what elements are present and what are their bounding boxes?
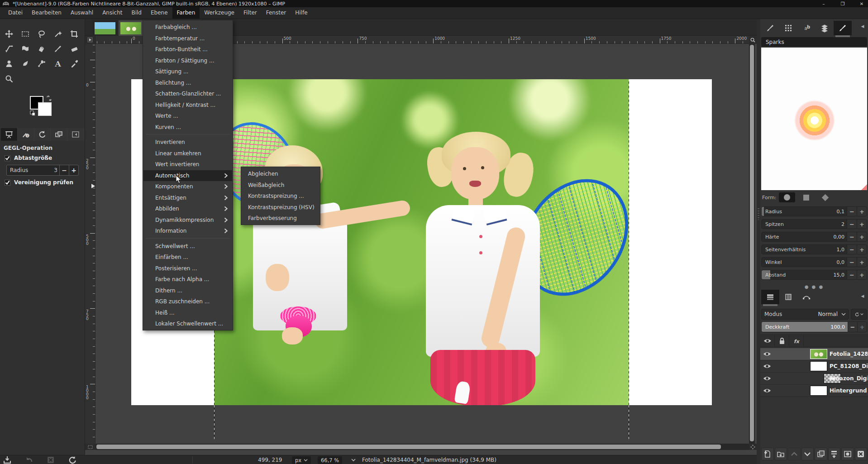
colors-menu-item[interactable]: Invertieren [143,137,232,148]
decrement-button[interactable]: − [847,270,857,279]
colors-menu-item[interactable]: Farbton-Buntheit ... [143,44,232,55]
background-color-swatch[interactable] [38,102,52,116]
close-button[interactable]: ✕ [858,1,865,6]
menubar-item-datei[interactable]: Datei [4,7,27,19]
maximize-button[interactable]: ❐ [839,1,846,6]
menubar-item-farben[interactable]: Farben [172,7,200,19]
undo-history-tab[interactable] [34,128,51,141]
automatic-submenu-item[interactable]: Farbverbesserung [242,213,320,224]
checkbox-checked-icon[interactable] [5,180,10,186]
härte-slider[interactable]: Härte0,00−+ [761,232,867,242]
lower-button[interactable] [801,448,814,460]
menubar-item-fenster[interactable]: Fenster [262,7,291,19]
colors-menu-item[interactable]: RGB zuschneiden ... [143,296,232,307]
increment-button[interactable]: + [857,220,867,229]
brush-editor-tab[interactable] [834,21,852,35]
radius-slider[interactable]: Radius0,1−+ [761,206,867,216]
colors-menu-item[interactable]: Wert invertieren [143,159,232,170]
automatic-submenu-item[interactable]: Kontrastspreizung (HSV) [242,202,320,213]
colors-menu-item[interactable]: Helligkeit / Kontrast ... [143,100,232,111]
dock-collapse-button[interactable]: ◀ [859,292,866,300]
menubar-item-bearbeiten[interactable]: Bearbeiten [27,7,66,19]
decrement-button[interactable]: − [847,220,857,229]
delete-button[interactable] [855,448,868,460]
vertical-ruler[interactable]: 02 5 05 0 07 5 01 0 0 0 [85,44,95,444]
checkbox-checked-icon[interactable] [5,155,10,161]
layers-tab[interactable] [761,290,779,304]
fonts-tab[interactable]: ab [797,21,816,35]
minimize-button[interactable]: – [820,1,827,6]
opacity-decrement-button[interactable]: − [848,322,857,332]
radius-decrement-button[interactable]: − [59,165,69,175]
horizontal-scrollbar-thumb[interactable] [96,445,721,449]
dock-separator-handle[interactable]: ● ● ● [760,284,868,289]
zoom-level-field[interactable]: 66,7 % [318,456,342,464]
increment-button[interactable]: + [857,270,867,279]
brush-name-field[interactable]: Sparks [761,37,867,47]
colors-menu-item[interactable]: Schwellwert ... [143,241,232,252]
lock-toggle[interactable] [775,335,789,347]
menubar-item-ebene[interactable]: Ebene [146,7,172,19]
menubar-item-auswahl[interactable]: Auswahl [66,7,98,19]
quick-mask-toggle-button[interactable] [85,444,95,450]
channels-tab[interactable] [779,290,797,304]
delete-box-button[interactable] [46,456,55,464]
colors-menu-item[interactable]: Farbton / Sättigung ... [143,55,232,67]
image-tab-1[interactable] [93,20,117,36]
zoom-tool-icon[interactable] [1,71,17,86]
merge-button[interactable] [828,448,841,460]
panel-resize-handle[interactable] [757,19,760,464]
reset-button[interactable] [68,456,77,464]
paths-tool-icon[interactable] [33,56,50,71]
sample-size-row[interactable]: Abtastgröße [5,155,85,161]
opacity-increment-button[interactable]: + [857,322,867,332]
text-tool-icon[interactable]: A [50,56,66,71]
visibility-eye-icon[interactable] [760,349,774,359]
eraser-tool-icon[interactable] [66,41,82,56]
shape-circle-button[interactable] [779,192,795,202]
sample-merged-row[interactable]: Vereinigung prüfen [5,179,85,186]
tool-options-tab[interactable] [1,128,18,141]
layer-mode-dropdown[interactable]: Modus Normal [761,309,849,320]
shape-diamond-button[interactable] [817,192,833,202]
colors-menu-item[interactable]: Dynamikkompression [143,215,232,226]
menubar-item-ansicht[interactable]: Ansicht [98,7,127,19]
colors-menu-item[interactable]: Einfärben ... [143,252,232,263]
image-tab-2-active[interactable] [119,20,143,36]
colors-menu-item[interactable]: Kurven ... [143,122,232,133]
vertical-scrollbar-thumb[interactable] [750,45,754,441]
zoom-dropdown-icon[interactable] [351,458,356,462]
patterns-tab[interactable] [779,21,797,35]
dock-collapse-button[interactable]: ◀ [859,23,866,30]
layer-row[interactable]: PC_81208_Digit [760,360,868,373]
navigation-button[interactable] [749,444,757,450]
paths-tab[interactable] [797,290,816,304]
visibility-eye-icon[interactable] [760,386,774,395]
photo-layer[interactable] [214,79,629,405]
colors-menu-item[interactable]: Farbe nach Alpha ... [143,274,232,285]
undo-arrow-button[interactable] [24,456,33,464]
layer-row[interactable]: Hintergrund [760,385,868,397]
unit-dropdown[interactable]: px [292,456,311,464]
bucket-fill-tool-icon[interactable] [33,41,50,56]
automatic-submenu-item[interactable]: Kontrastspreizung ... [242,191,320,202]
save-preset-button[interactable] [3,456,12,464]
layer-row[interactable]: Fotolia_1428344 [760,348,868,360]
colors-menu-item[interactable]: Abbilden [143,203,232,215]
increment-button[interactable]: + [857,258,867,267]
shape-square-button[interactable] [798,192,814,202]
colors-menu-item[interactable]: Entsättigen [143,192,232,204]
rectangle-select-tool-icon[interactable] [17,26,33,41]
colors-menu-item[interactable]: Werte ... [143,110,232,122]
radius-spinner[interactable]: Radius 3 − + [6,165,79,176]
colors-menu-item[interactable]: Farbabgleich ... [143,22,232,33]
brushes-tab[interactable] [761,21,779,35]
collapse-tab[interactable] [67,128,84,141]
menubar-item-filter[interactable]: Filter [239,7,262,19]
opacity-slider[interactable]: Deckkraft 100,0 − + [761,321,867,332]
decrement-button[interactable]: − [847,245,857,254]
gradients-tab[interactable] [816,21,834,35]
colors-menu-item[interactable]: Dithern ... [143,285,232,297]
crop-tool-icon[interactable] [66,26,82,41]
increment-button[interactable]: + [857,232,867,241]
